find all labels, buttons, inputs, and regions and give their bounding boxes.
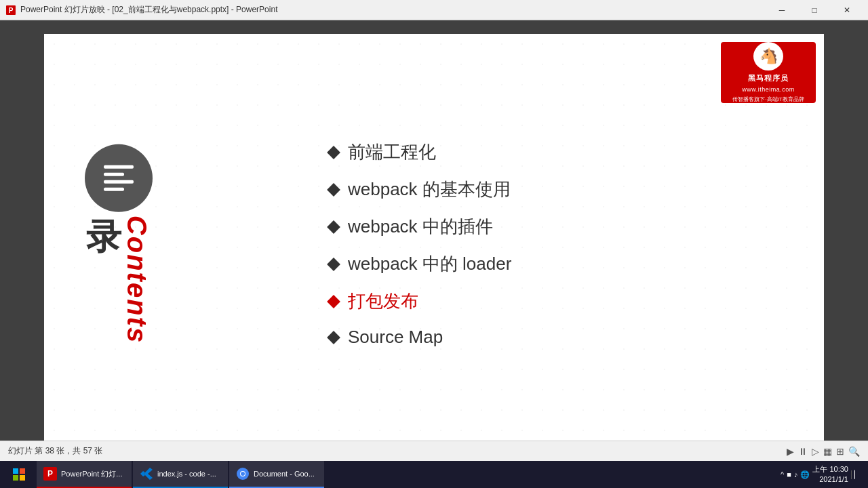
svg-marker-6 bbox=[144, 468, 153, 480]
diamond-icon-2 bbox=[327, 183, 340, 197]
vscode-app-label: index.js - code -... bbox=[157, 470, 216, 478]
svg-rect-3 bbox=[20, 468, 25, 474]
slide: 🐴 黑马程序员 www.itheima.com 传智播客旗下·高端IT教育品牌 bbox=[44, 34, 824, 454]
list-item: Source Map bbox=[329, 323, 511, 352]
svg-text:P: P bbox=[9, 7, 14, 14]
logo-horse-icon: 🐴 bbox=[760, 47, 778, 65]
network-icon[interactable]: 🌐 bbox=[800, 470, 810, 479]
logo-box: 🐴 黑马程序员 www.itheima.com 传智播客旗下·高端IT教育品牌 bbox=[721, 42, 816, 103]
grid-icon[interactable]: ▦ bbox=[823, 446, 832, 457]
list-text-4: webpack 中的 loader bbox=[348, 252, 511, 276]
chevron-icon[interactable]: ^ bbox=[781, 470, 784, 479]
taskbar-vscode[interactable]: index.js - code -... bbox=[133, 461, 228, 488]
icon-line-1 bbox=[104, 165, 134, 169]
maximize-button[interactable]: □ bbox=[799, 0, 830, 20]
slide-info: 幻灯片 第 38 张，共 57 张 bbox=[8, 445, 102, 457]
chrome-app-label: Document - Goo... bbox=[254, 470, 315, 478]
diamond-icon-1 bbox=[327, 146, 340, 159]
show-desktop-icon[interactable]: ▏ bbox=[851, 470, 860, 479]
svg-rect-2 bbox=[13, 468, 18, 474]
audio-icon[interactable]: ♪ bbox=[794, 470, 798, 479]
list-text-5: 打包发布 bbox=[348, 289, 418, 313]
taskbar-right: ^ ■ ♪ 🌐 上午 10:30 2021/1/1 ▏ bbox=[781, 464, 865, 485]
icon-lines bbox=[104, 165, 134, 191]
start-button[interactable] bbox=[3, 461, 35, 488]
slide-area: 🐴 黑马程序员 www.itheima.com 传智播客旗下·高端IT教育品牌 bbox=[0, 20, 868, 468]
zoom-icon[interactable]: 🔍 bbox=[848, 446, 860, 457]
pause-icon[interactable]: ⏸ bbox=[798, 446, 808, 457]
chinese-character: 录 bbox=[86, 219, 121, 254]
list-item: webpack 中的 loader bbox=[329, 248, 511, 280]
title-bar: P PowerPoint 幻灯片放映 - [02_前端工程化与webpack.p… bbox=[0, 0, 868, 20]
status-bar: 幻灯片 第 38 张，共 57 张 ▶ ⏸ ▷ ▦ ⊞ 🔍 bbox=[0, 441, 868, 461]
list-item: webpack 的基本使用 bbox=[329, 174, 511, 205]
list-item: 前端工程化 bbox=[329, 136, 511, 168]
taskbar: P PowerPoint 幻灯... index.js - code -... … bbox=[0, 461, 868, 488]
minimize-button[interactable]: ─ bbox=[766, 0, 797, 20]
list-text-6: Source Map bbox=[348, 327, 443, 348]
play-from-icon[interactable]: ▷ bbox=[812, 446, 819, 457]
icon-line-4 bbox=[104, 188, 124, 191]
diamond-icon-3 bbox=[327, 220, 340, 234]
diamond-icon-4 bbox=[327, 258, 340, 271]
view-icon[interactable]: ⊞ bbox=[836, 446, 844, 457]
logo-circle: 🐴 bbox=[753, 42, 783, 70]
status-right: ▶ ⏸ ▷ ▦ ⊞ 🔍 bbox=[787, 446, 860, 457]
list-text-3: webpack 中的插件 bbox=[348, 215, 493, 239]
logo-website: www.itheima.com bbox=[742, 86, 795, 93]
diamond-icon-5-red bbox=[327, 295, 340, 308]
icon-line-3 bbox=[104, 180, 134, 184]
keyboard-icon: ■ bbox=[787, 470, 791, 479]
chrome-taskbar-icon bbox=[236, 467, 250, 481]
right-section: 前端工程化 webpack 的基本使用 webpack 中的插件 webpack… bbox=[329, 136, 511, 352]
clock[interactable]: 上午 10:30 2021/1/1 bbox=[812, 464, 848, 485]
logo-tagline: 传智播客旗下·高端IT教育品牌 bbox=[732, 96, 804, 103]
logo-brand-name: 黑马程序员 bbox=[748, 73, 789, 83]
icon-circle bbox=[85, 144, 153, 212]
title-bar-left: P PowerPoint 幻灯片放映 - [02_前端工程化与webpack.p… bbox=[5, 4, 277, 16]
slide-container: 🐴 黑马程序员 www.itheima.com 传智播客旗下·高端IT教育品牌 bbox=[44, 34, 824, 454]
list-item-highlighted: 打包发布 bbox=[329, 285, 511, 317]
play-icon[interactable]: ▶ bbox=[787, 446, 794, 457]
powerpoint-app-label: PowerPoint 幻灯... bbox=[61, 469, 122, 479]
vscode-taskbar-icon bbox=[140, 467, 153, 481]
left-section: 录 Contents bbox=[85, 144, 153, 344]
list-item: webpack 中的插件 bbox=[329, 211, 511, 243]
svg-rect-5 bbox=[20, 475, 25, 481]
icon-line-2 bbox=[104, 173, 124, 176]
window-title: PowerPoint 幻灯片放映 - [02_前端工程化与webpack.ppt… bbox=[20, 4, 277, 16]
list-text-2: webpack 的基本使用 bbox=[348, 178, 511, 201]
svg-point-10 bbox=[241, 472, 245, 476]
window-controls: ─ □ ✕ bbox=[766, 0, 863, 20]
app-icon: P bbox=[5, 5, 16, 16]
list-text-1: 前端工程化 bbox=[348, 140, 436, 164]
contents-label: Contents bbox=[121, 216, 152, 344]
svg-rect-4 bbox=[13, 475, 18, 481]
powerpoint-taskbar-icon: P bbox=[43, 467, 57, 481]
close-button[interactable]: ✕ bbox=[831, 0, 863, 20]
taskbar-powerpoint[interactable]: P PowerPoint 幻灯... bbox=[37, 461, 132, 488]
diamond-icon-6 bbox=[327, 331, 340, 344]
taskbar-chrome[interactable]: Document - Goo... bbox=[229, 461, 324, 488]
